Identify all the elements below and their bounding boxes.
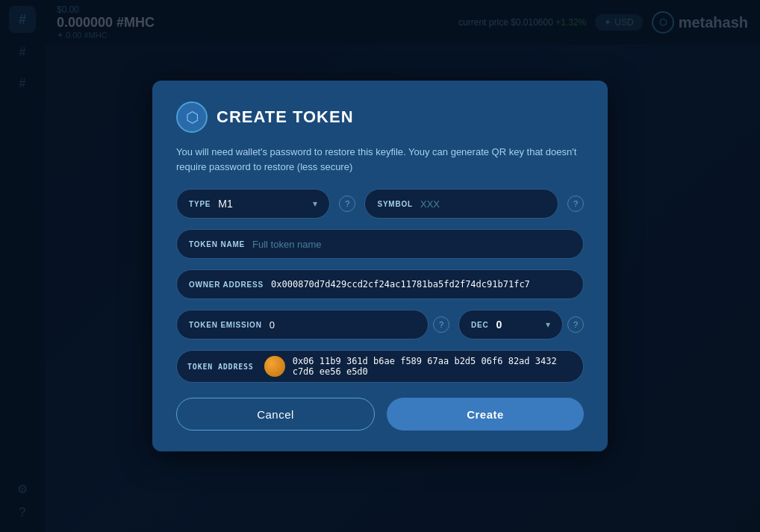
- type-value: M1: [218, 198, 305, 210]
- token-name-label: TOKEN NAME: [189, 240, 245, 248]
- owner-address-row: OWNER ADDRESS 0x000870d7d429ccd2cf24ac11…: [176, 269, 584, 299]
- modal-buttons: Cancel Create: [176, 398, 584, 431]
- dec-chevron-icon: ▾: [546, 319, 550, 330]
- modal-title: CREATE TOKEN: [217, 107, 354, 127]
- token-address-field: TOKEN ADDRESS 0x06 11b9 361d b6ae f589 6…: [176, 350, 584, 383]
- token-address-row: TOKEN ADDRESS 0x06 11b9 361d b6ae f589 6…: [176, 350, 584, 383]
- token-name-field[interactable]: TOKEN NAME: [176, 229, 584, 259]
- dec-field-wrap: DEC 0 1 2 3 ▾ ?: [458, 310, 584, 339]
- modal-header: ⬡ CREATE TOKEN: [176, 101, 584, 133]
- modal-logo-icon: ⬡: [176, 101, 208, 133]
- owner-label: OWNER ADDRESS: [189, 281, 264, 289]
- token-address-label: TOKEN ADDRESS: [187, 363, 257, 371]
- emission-help-icon: ?: [439, 320, 443, 329]
- dec-help-button[interactable]: ?: [567, 316, 584, 333]
- emission-field[interactable]: TOKEN EMISSION: [176, 310, 429, 339]
- type-symbol-row: TYPE M1 ▾ ? SYMBOL ?: [176, 189, 584, 219]
- emission-field-wrap: TOKEN EMISSION ?: [176, 310, 449, 339]
- type-help-icon: ?: [345, 199, 349, 208]
- type-field[interactable]: TYPE M1 ▾: [176, 189, 330, 219]
- emission-label: TOKEN EMISSION: [189, 321, 262, 329]
- type-chevron-icon: ▾: [313, 198, 317, 209]
- modal-overlay: ⬡ CREATE TOKEN You will need wallet's pa…: [0, 0, 760, 532]
- coin-icon: [264, 356, 285, 377]
- type-label: TYPE: [189, 200, 211, 208]
- owner-address-field: OWNER ADDRESS 0x000870d7d429ccd2cf24ac11…: [176, 269, 584, 299]
- token-name-input[interactable]: [252, 239, 571, 250]
- emission-dec-row: TOKEN EMISSION ? DEC 0 1 2 3 ▾: [176, 310, 584, 339]
- token-name-row: TOKEN NAME: [176, 229, 584, 259]
- cancel-button[interactable]: Cancel: [176, 398, 375, 431]
- emission-help-button[interactable]: ?: [433, 316, 449, 333]
- create-token-modal: ⬡ CREATE TOKEN You will need wallet's pa…: [152, 81, 608, 451]
- symbol-input[interactable]: [420, 198, 546, 210]
- create-button[interactable]: Create: [387, 398, 584, 431]
- token-addr-inner: TOKEN ADDRESS: [187, 363, 257, 371]
- dec-help-icon: ?: [573, 320, 578, 329]
- dec-field[interactable]: DEC 0 1 2 3 ▾: [458, 310, 563, 339]
- emission-input[interactable]: [270, 319, 416, 331]
- symbol-field[interactable]: SYMBOL: [364, 189, 558, 219]
- owner-address-value: 0x000870d7d429ccd2cf24ac11781ba5fd2f74dc…: [271, 279, 571, 290]
- dec-label: DEC: [471, 321, 489, 329]
- dec-select[interactable]: 0 1 2 3: [496, 319, 538, 331]
- symbol-label: SYMBOL: [377, 200, 413, 208]
- symbol-help-icon: ?: [573, 199, 578, 208]
- token-address-value: 0x06 11b9 361d b6ae f589 67aa b2d5 06f6 …: [293, 356, 573, 377]
- modal-description: You will need wallet's password to resto…: [176, 145, 584, 174]
- symbol-help-button[interactable]: ?: [567, 195, 584, 212]
- token-icon: ⬡: [186, 108, 199, 126]
- type-help-button[interactable]: ?: [339, 195, 355, 212]
